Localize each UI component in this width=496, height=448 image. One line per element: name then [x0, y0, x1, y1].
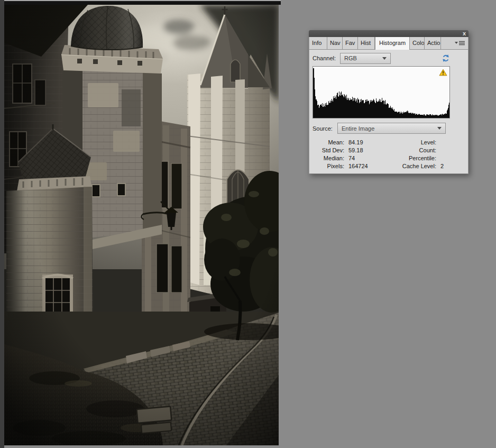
stat-value: 74 — [348, 154, 385, 162]
stat-value: 2 — [440, 162, 465, 170]
source-value: Entire Image — [342, 125, 374, 132]
stat-median: Median: 74 — [313, 154, 385, 162]
document-top-edge — [4, 1, 281, 5]
channel-value: RGB — [344, 55, 357, 61]
tabstrip-filler — [441, 37, 468, 49]
stat-value: 164724 — [348, 162, 385, 170]
stat-count: Count: — [385, 147, 465, 154]
stat-label: Level: — [385, 139, 436, 147]
tab-histogram[interactable]: Histogram — [375, 37, 410, 50]
photo-document — [4, 5, 279, 445]
chevron-down-icon — [382, 57, 387, 60]
cathedral-photo — [4, 5, 279, 445]
panel-tabstrip: Info Nav Fav Hist Histogram Colo Actio — [309, 37, 469, 50]
tab-navigator[interactable]: Nav — [327, 37, 343, 49]
stat-value — [440, 154, 465, 162]
panel-titlebar[interactable]: x — [309, 30, 469, 37]
channel-dropdown[interactable]: RGB — [340, 53, 391, 64]
photo-vignette — [4, 5, 279, 445]
histogram-panel-body: Channel: RGB — [309, 50, 469, 174]
tab-color[interactable]: Colo — [410, 37, 425, 49]
histogram-plot-area — [313, 66, 450, 118]
chevron-down-icon — [437, 127, 442, 130]
stat-label: Mean: — [313, 139, 344, 147]
histogram-statistics: Mean: 84.19 Std Dev: 59.18 Median: 74 Pi… — [313, 139, 465, 170]
stat-label: Percentile: — [385, 154, 436, 162]
stat-level: Level: — [385, 139, 465, 147]
channel-row: Channel: RGB — [313, 51, 450, 65]
warning-icon[interactable] — [439, 69, 447, 76]
source-label: Source: — [313, 125, 333, 132]
stat-mean: Mean: 84.19 — [313, 139, 385, 147]
source-row: Source: Entire Image — [313, 123, 450, 134]
stat-value — [440, 139, 465, 147]
close-icon[interactable]: x — [463, 30, 466, 37]
stat-percentile: Percentile: — [385, 154, 465, 162]
stat-stddev: Std Dev: 59.18 — [313, 147, 385, 154]
tab-info[interactable]: Info — [309, 37, 327, 49]
stat-value: 59.18 — [348, 147, 385, 154]
stats-column-left: Mean: 84.19 Std Dev: 59.18 Median: 74 Pi… — [313, 139, 385, 170]
stat-value: 84.19 — [348, 139, 385, 147]
stat-cache-level: Cache Level: 2 — [385, 162, 465, 170]
stat-label: Count: — [385, 147, 436, 154]
histogram-panel: x Info Nav Fav Hist Histogram Colo Actio… — [309, 30, 469, 174]
stat-pixels: Pixels: 164724 — [313, 162, 385, 170]
source-dropdown[interactable]: Entire Image — [337, 123, 446, 134]
refresh-button[interactable] — [441, 54, 450, 63]
photoshop-workspace: x Info Nav Fav Hist Histogram Colo Actio… — [0, 0, 496, 448]
canvas-left-gutter — [0, 0, 4, 448]
histogram-plot[interactable] — [313, 67, 449, 118]
stats-column-right: Level: Count: Percentile: Cache Level: 2 — [385, 139, 465, 170]
tab-favorites[interactable]: Fav — [343, 37, 358, 49]
channel-label: Channel: — [313, 55, 336, 61]
stat-value — [440, 147, 465, 154]
stat-label: Median: — [313, 154, 344, 162]
stat-label: Std Dev: — [313, 147, 344, 154]
panel-menu-icon[interactable] — [455, 41, 465, 45]
tab-actions[interactable]: Actio — [425, 37, 441, 49]
tab-history[interactable]: Hist — [358, 37, 375, 49]
stat-label: Pixels: — [313, 162, 344, 170]
refresh-icon — [442, 54, 450, 62]
stat-label: Cache Level: — [385, 162, 436, 170]
